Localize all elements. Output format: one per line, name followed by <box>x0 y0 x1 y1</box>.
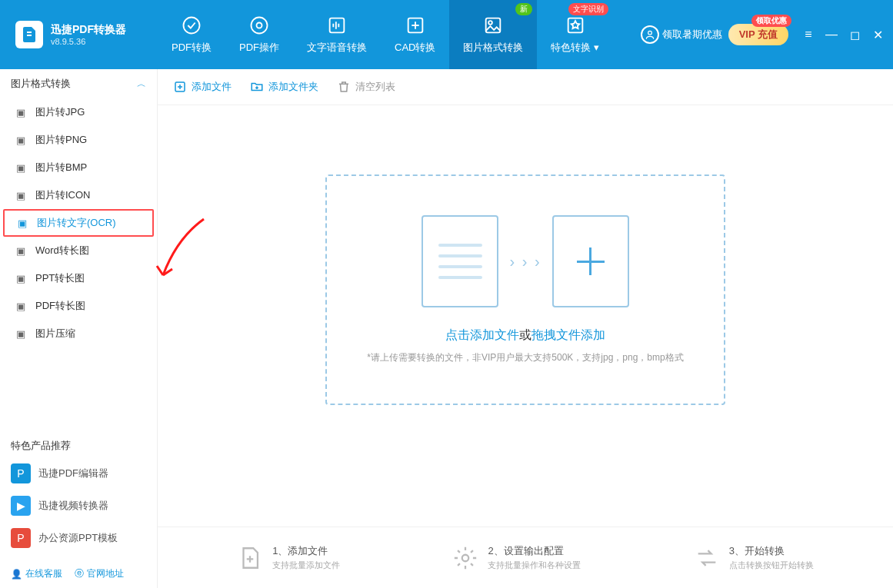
online-service-link[interactable]: 👤在线客服 <box>11 567 62 580</box>
headset-icon: 👤 <box>11 569 22 580</box>
sidebar-list: ▣图片转JPG ▣图片转PNG ▣图片转BMP ▣图片转ICON ▣图片转文字(… <box>0 98 157 347</box>
sidebar: 图片格式转换 ︿ ▣图片转JPG ▣图片转PNG ▣图片转BMP ▣图片转ICO… <box>0 69 158 588</box>
main-area: 添加文件 添加文件夹 清空列表 › › › <box>158 69 893 588</box>
app-logo-icon <box>15 21 43 48</box>
sidebar-item-word[interactable]: ▣Word转长图 <box>0 237 157 264</box>
close-icon[interactable]: ✕ <box>871 28 884 42</box>
sidebar-item-icon[interactable]: ▣图片转ICON <box>0 181 157 209</box>
tab-cad[interactable]: CAD转换 <box>381 0 449 69</box>
png-icon: ▣ <box>14 133 28 147</box>
official-site-link[interactable]: ⓔ官网地址 <box>75 567 124 580</box>
click-add-link[interactable]: 点击添加文件 <box>445 328 519 341</box>
steps-bar: 1、添加文件支持批量添加文件 2、设置输出配置支持批量操作和各种设置 3、开始转… <box>158 527 893 588</box>
recommend-video[interactable]: ▶迅捷视频转换器 <box>0 490 157 522</box>
drop-area-wrap: › › › 点击添加文件或拖拽文件添加 *请上传需要转换的文件，非VIP用户最大… <box>158 105 893 527</box>
sidebar-item-compress[interactable]: ▣图片压缩 <box>0 320 157 347</box>
recommend-pdf-editor[interactable]: P迅捷PDF编辑器 <box>0 457 157 490</box>
tab-pdf-operate[interactable]: PDF操作 <box>225 0 293 69</box>
ocr-icon: ▣ <box>15 216 29 230</box>
clear-list-button[interactable]: 清空列表 <box>337 80 395 94</box>
minimize-icon[interactable]: — <box>825 28 838 42</box>
svg-point-2 <box>257 23 262 28</box>
sidebar-item-pdf[interactable]: ▣PDF转长图 <box>0 292 157 320</box>
tab-image-format[interactable]: 新 图片格式转换 <box>449 0 537 69</box>
drop-zone[interactable]: › › › 点击添加文件或拖拽文件添加 *请上传需要转换的文件，非VIP用户最大… <box>325 174 725 405</box>
convert-icon <box>181 15 202 36</box>
maximize-icon[interactable]: ◻ <box>848 28 861 42</box>
app-name: 迅捷PDF转换器 <box>51 23 126 37</box>
icon-icon: ▣ <box>14 188 28 202</box>
step-3: 3、开始转换点击转换按钮开始转换 <box>694 544 814 571</box>
add-file-button[interactable]: 添加文件 <box>173 80 232 94</box>
tab-pdf-convert[interactable]: PDF转换 <box>158 0 225 69</box>
logo-text: 迅捷PDF转换器 v8.9.5.36 <box>51 23 126 46</box>
ocr-badge: 文字识别 <box>568 3 608 15</box>
pdf-icon: ▣ <box>14 299 28 313</box>
step-add-icon <box>237 545 263 571</box>
plus-icon <box>552 215 629 307</box>
drag-add-link[interactable]: 拖拽文件添加 <box>531 328 605 341</box>
drop-text: 点击添加文件或拖拽文件添加 <box>445 327 605 344</box>
app-header: 迅捷PDF转换器 v8.9.5.36 PDF转换 PDF操作 文字语音转换 CA… <box>0 0 893 69</box>
step-convert-icon <box>694 545 720 571</box>
logo-area: 迅捷PDF转换器 v8.9.5.36 <box>0 21 158 48</box>
add-file-icon <box>173 80 187 94</box>
svg-point-10 <box>462 554 469 561</box>
operate-icon <box>248 15 270 36</box>
window-controls: ≡ — ◻ ✕ <box>802 28 884 42</box>
drop-graphic: › › › <box>422 215 628 307</box>
user-icon <box>641 25 659 44</box>
header-right: 领取暑期优惠 领取优惠 VIP 充值 ≡ — ◻ ✕ <box>641 24 893 45</box>
add-folder-icon <box>250 80 264 94</box>
sidebar-footer: 👤在线客服 ⓔ官网地址 <box>0 560 157 588</box>
compress-icon: ▣ <box>14 327 28 341</box>
toolbar: 添加文件 添加文件夹 清空列表 <box>158 69 893 105</box>
sidebar-item-ppt[interactable]: ▣PPT转长图 <box>0 264 157 292</box>
arrow-right-icon: › › › <box>509 253 541 271</box>
app-version: v8.9.5.36 <box>51 37 126 46</box>
new-badge: 新 <box>515 3 532 15</box>
chevron-up-icon: ︿ <box>137 78 146 91</box>
vip-badge: 领取优惠 <box>751 15 791 27</box>
svg-point-8 <box>648 31 651 35</box>
nav-tabs: PDF转换 PDF操作 文字语音转换 CAD转换 新 图片格式转换 文字识别 特… <box>158 0 613 69</box>
svg-point-1 <box>252 18 268 34</box>
recommend-ppt[interactable]: P办公资源PPT模板 <box>0 522 157 554</box>
chevron-down-icon: ▾ <box>594 42 599 53</box>
add-folder-button[interactable]: 添加文件夹 <box>250 80 318 94</box>
pdf-editor-icon: P <box>11 463 31 483</box>
step-2: 2、设置输出配置支持批量操作和各种设置 <box>452 544 581 571</box>
step-1: 1、添加文件支持批量添加文件 <box>237 544 340 571</box>
cad-icon <box>405 15 426 36</box>
video-icon: ▶ <box>11 496 31 516</box>
svg-point-0 <box>184 18 200 34</box>
svg-rect-5 <box>486 18 501 33</box>
sidebar-item-bmp[interactable]: ▣图片转BMP <box>0 154 157 181</box>
drop-hint: *请上传需要转换的文件，非VIP用户最大支持500K，支持jpg，png，bmp… <box>367 351 683 364</box>
bmp-icon: ▣ <box>14 161 28 174</box>
vip-recharge-button[interactable]: 领取优惠 VIP 充值 <box>728 24 788 45</box>
globe-icon: ⓔ <box>75 567 84 580</box>
tab-special[interactable]: 文字识别 特色转换 ▾ <box>537 0 613 69</box>
tab-text-audio[interactable]: 文字语音转换 <box>293 0 381 69</box>
sidebar-section-header[interactable]: 图片格式转换 ︿ <box>0 69 157 98</box>
jpg-icon: ▣ <box>14 105 28 119</box>
step-config-icon <box>452 545 478 571</box>
coupon-link[interactable]: 领取暑期优惠 <box>641 25 722 44</box>
audio-icon <box>326 15 348 36</box>
menu-icon[interactable]: ≡ <box>802 28 815 42</box>
svg-point-6 <box>489 21 493 25</box>
ppt-template-icon: P <box>11 528 31 548</box>
star-icon <box>565 15 586 36</box>
trash-icon <box>337 80 351 94</box>
recommend-title: 特色产品推荐 <box>0 430 157 457</box>
image-icon <box>482 15 504 36</box>
sidebar-item-ocr[interactable]: ▣图片转文字(OCR) <box>3 209 154 237</box>
document-icon <box>422 215 498 307</box>
svg-rect-3 <box>330 18 345 33</box>
sidebar-item-jpg[interactable]: ▣图片转JPG <box>0 98 157 126</box>
word-icon: ▣ <box>14 244 28 257</box>
ppt-icon: ▣ <box>14 271 28 285</box>
sidebar-item-png[interactable]: ▣图片转PNG <box>0 126 157 154</box>
